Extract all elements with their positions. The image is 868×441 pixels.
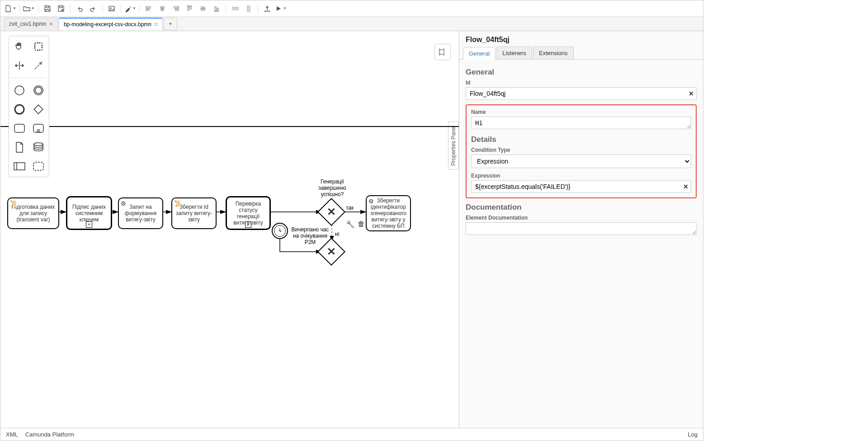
svg-rect-6 — [247, 6, 250, 7]
properties-tabs: General Listeners Extensions — [459, 47, 703, 60]
script-icon: 📜 — [10, 200, 17, 207]
tab-extensions[interactable]: Extensions — [533, 47, 574, 59]
svg-point-12 — [35, 87, 42, 94]
timer-event[interactable] — [272, 223, 288, 239]
pool-boundary — [0, 126, 459, 127]
task-save-id[interactable]: 📜 Зберегти Id запиту витягу-звіту — [171, 197, 217, 229]
section-documentation: Documentation — [466, 203, 697, 212]
highlighted-section: Name Ні Details Condition Type Expressio… — [466, 104, 697, 198]
expression-input[interactable] — [471, 180, 691, 193]
start-event-tool[interactable] — [12, 83, 27, 98]
flow-no-label: ні — [335, 231, 339, 237]
redo-button[interactable] — [87, 2, 99, 15]
subprocess-marker-icon: + — [86, 221, 92, 228]
intermediate-event-tool[interactable] — [31, 83, 46, 98]
connect-tool[interactable] — [31, 58, 46, 73]
condition-type-select[interactable]: Expression — [471, 155, 691, 168]
task-request-excerpt[interactable]: ⚙ Запит на формування витягу-звіту — [118, 197, 163, 229]
tab-zvit[interactable]: zvit_csv1.bpmn × — [4, 18, 58, 30]
id-input[interactable] — [466, 87, 697, 100]
new-tab-button[interactable]: + — [164, 18, 177, 30]
task-save-identifier[interactable]: ⚙ Зберегти ідентифікатор згенерованого в… — [366, 195, 411, 231]
expression-label: Expression — [471, 173, 691, 179]
wrench-icon[interactable]: 🔧 — [346, 220, 355, 229]
gateway-success[interactable]: ✕ — [321, 202, 341, 222]
properties-panel: Flow_04ft5qj General Listeners Extension… — [459, 31, 703, 428]
task-label: Підпис даних системним ключем — [69, 204, 109, 223]
section-general: General — [466, 68, 697, 77]
main-toolbar: ▼ ▼ ▼ ▼ — [0, 0, 703, 17]
svg-rect-21 — [33, 162, 43, 170]
image-export-button[interactable] — [105, 2, 118, 15]
svg-rect-4 — [235, 7, 236, 10]
tab-bar: zvit_csv1.bpmn × bp-modeling-excerpt-csv… — [0, 17, 703, 31]
color-button[interactable]: ▼ — [124, 2, 137, 15]
distribute-h-button[interactable] — [229, 2, 241, 15]
svg-rect-9 — [35, 43, 42, 50]
gateway-tool[interactable] — [31, 102, 46, 117]
distribute-v-button[interactable] — [242, 2, 255, 15]
svg-point-13 — [15, 105, 24, 114]
platform-tab[interactable]: Camunda Platform — [25, 431, 74, 438]
id-label: Id — [466, 80, 697, 86]
svg-rect-15 — [14, 124, 24, 132]
gateway-merge[interactable]: ✕ — [321, 242, 341, 262]
open-file-button[interactable]: ▼ — [23, 2, 35, 15]
flow-yes-label: так — [346, 205, 354, 211]
lasso-tool[interactable] — [31, 39, 46, 54]
align-left-button[interactable] — [142, 2, 155, 15]
trash-icon[interactable]: 🗑 — [358, 220, 365, 229]
deploy-button[interactable] — [261, 2, 274, 15]
gear-icon: ⚙ — [368, 198, 374, 205]
save-button[interactable] — [41, 2, 54, 15]
tab-bp-modeling[interactable]: bp-modeling-excerpt-csv-docx.bpmn — [59, 18, 163, 30]
xml-tab[interactable]: XML — [6, 431, 18, 438]
align-center-v-button[interactable] — [197, 2, 209, 15]
pool-tool[interactable] — [12, 159, 27, 174]
svg-rect-5 — [237, 7, 238, 10]
subprocess-tool[interactable] — [31, 121, 46, 136]
align-top-button[interactable] — [183, 2, 196, 15]
align-center-h-button[interactable] — [156, 2, 169, 15]
diagram-canvas[interactable]: Properties Panel — [0, 31, 459, 428]
task-label: Запит на формування витягу-звіту — [121, 204, 160, 223]
tab-listeners[interactable]: Listeners — [496, 47, 532, 59]
task-label: Зберегти ідентифікатор згенерованого вит… — [368, 197, 408, 229]
data-object-tool[interactable] — [12, 140, 27, 155]
group-tool[interactable] — [31, 159, 46, 174]
doc-label: Element Documentation — [466, 215, 697, 221]
task-prepare-data[interactable]: 📜 Підготовка даних для запису (transient… — [7, 197, 59, 229]
log-tab[interactable]: Log — [688, 431, 698, 438]
svg-point-18 — [34, 143, 43, 145]
new-file-button[interactable]: ▼ — [4, 2, 17, 15]
align-bottom-button[interactable] — [210, 2, 223, 15]
element-title: Flow_04ft5qj — [459, 31, 703, 47]
bpmn-palette — [9, 36, 49, 177]
clear-icon[interactable]: ✕ — [689, 90, 694, 97]
undo-button[interactable] — [73, 2, 86, 15]
task-sign-data[interactable]: Підпис даних системним ключем + — [66, 196, 112, 230]
tab-label: bp-modeling-excerpt-csv-docx.bpmn — [64, 21, 151, 28]
status-bar: XML Camunda Platform Log — [0, 428, 703, 441]
condition-type-label: Condition Type — [471, 147, 691, 153]
data-store-tool[interactable] — [31, 140, 46, 155]
task-check-status[interactable]: Перевірка статусу генерації витягу-звіту… — [226, 196, 271, 230]
run-button[interactable]: ▼ — [274, 2, 287, 15]
align-right-button[interactable] — [170, 2, 182, 15]
tab-close-icon[interactable]: × — [49, 20, 53, 28]
doc-input[interactable] — [466, 222, 697, 235]
tab-label: zvit_csv1.bpmn — [9, 21, 47, 27]
tab-general[interactable]: General — [463, 47, 495, 60]
space-tool[interactable] — [12, 58, 27, 73]
svg-rect-3 — [232, 7, 234, 10]
clear-icon[interactable]: ✕ — [683, 183, 689, 190]
svg-rect-14 — [34, 105, 43, 114]
tab-dirty-icon — [154, 23, 158, 26]
save-as-button[interactable] — [55, 2, 67, 15]
hand-tool[interactable] — [12, 39, 27, 54]
task-tool[interactable] — [12, 121, 27, 136]
name-input[interactable]: Ні — [471, 117, 691, 129]
end-event-tool[interactable] — [12, 102, 27, 117]
gateway-label: Генерації завершено успішно? — [311, 178, 354, 197]
svg-rect-7 — [247, 8, 250, 9]
